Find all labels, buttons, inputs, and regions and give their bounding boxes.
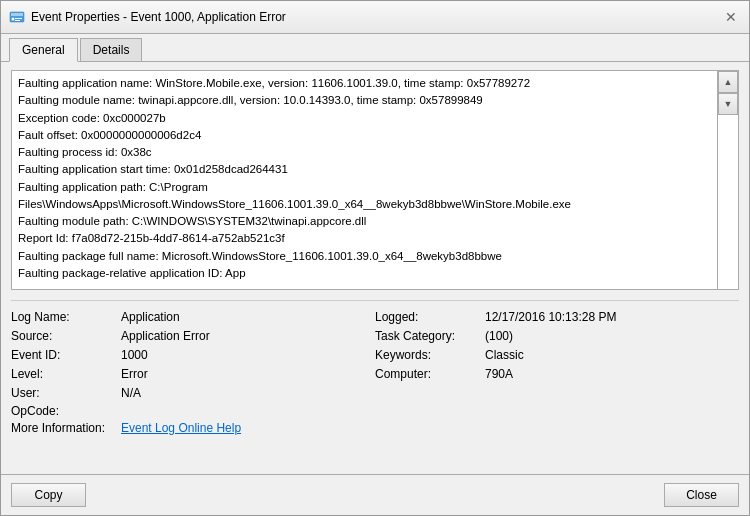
keywords-value: Classic xyxy=(485,347,739,363)
info-section: Log Name: Application Logged: 12/17/2016… xyxy=(11,300,739,435)
tabs-bar: General Details xyxy=(1,34,749,62)
footer: Copy Close xyxy=(1,474,749,515)
svg-rect-4 xyxy=(15,20,20,21)
event-log-online-help-link[interactable]: Event Log Online Help xyxy=(121,421,241,435)
source-value: Application Error xyxy=(121,328,375,344)
empty-col2 xyxy=(485,385,739,401)
empty-col1 xyxy=(375,385,485,401)
window-icon xyxy=(9,9,25,25)
logged-label: Logged: xyxy=(375,309,485,325)
copy-button[interactable]: Copy xyxy=(11,483,86,507)
user-value: N/A xyxy=(121,385,375,401)
svg-point-2 xyxy=(12,18,15,21)
opcode-row: OpCode: xyxy=(11,403,739,419)
title-bar: Event Properties - Event 1000, Applicati… xyxy=(1,1,749,34)
content-area: Faulting application name: WinStore.Mobi… xyxy=(1,62,749,474)
event-id-label: Event ID: xyxy=(11,347,121,363)
computer-value: 790A xyxy=(485,366,739,382)
task-category-label: Task Category: xyxy=(375,328,485,344)
window-title: Event Properties - Event 1000, Applicati… xyxy=(31,10,286,24)
scroll-up-button[interactable]: ▲ xyxy=(718,71,738,93)
keywords-label: Keywords: xyxy=(375,347,485,363)
computer-label: Computer: xyxy=(375,366,485,382)
logged-value: 12/17/2016 10:13:28 PM xyxy=(485,309,739,325)
event-id-value: 1000 xyxy=(121,347,375,363)
opcode-label: OpCode: xyxy=(11,403,59,419)
level-value: Error xyxy=(121,366,375,382)
log-name-value: Application xyxy=(121,309,375,325)
close-button[interactable]: Close xyxy=(664,483,739,507)
tab-general[interactable]: General xyxy=(9,38,78,62)
task-category-value: (100) xyxy=(485,328,739,344)
event-properties-window: Event Properties - Event 1000, Applicati… xyxy=(0,0,750,516)
user-label: User: xyxy=(11,385,121,401)
event-text-container: Faulting application name: WinStore.Mobi… xyxy=(11,70,739,290)
level-label: Level: xyxy=(11,366,121,382)
log-name-label: Log Name: xyxy=(11,309,121,325)
svg-rect-3 xyxy=(15,18,22,19)
source-label: Source: xyxy=(11,328,121,344)
more-info-label: More Information: xyxy=(11,421,121,435)
scroll-down-button[interactable]: ▼ xyxy=(718,93,738,115)
more-info-row: More Information: Event Log Online Help xyxy=(11,421,739,435)
svg-rect-1 xyxy=(11,13,23,16)
event-text-display[interactable]: Faulting application name: WinStore.Mobi… xyxy=(12,71,717,289)
tab-details[interactable]: Details xyxy=(80,38,143,61)
scrollbar-buttons: ▲ ▼ xyxy=(717,71,738,289)
info-grid: Log Name: Application Logged: 12/17/2016… xyxy=(11,309,739,401)
close-icon[interactable]: ✕ xyxy=(721,7,741,27)
title-bar-left: Event Properties - Event 1000, Applicati… xyxy=(9,9,286,25)
